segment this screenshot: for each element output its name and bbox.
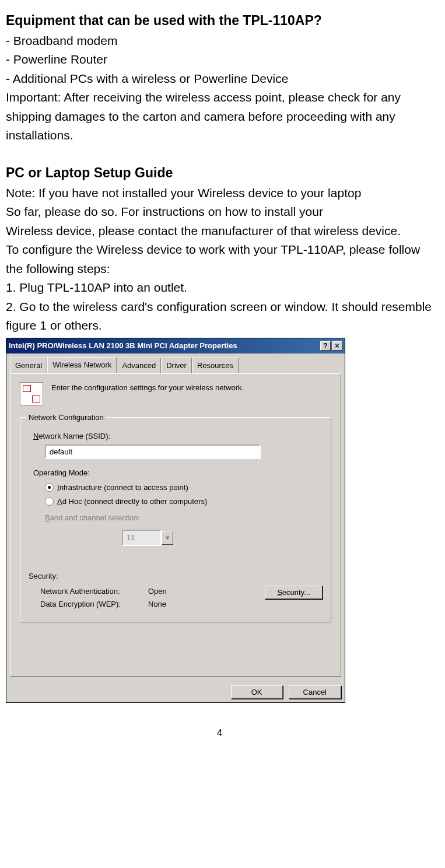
heading-equipment: Equipment that can be used with the TPL-… [6, 10, 433, 32]
page-number: 4 [6, 726, 433, 741]
radio-adhoc[interactable]: Ad Hoc (connect directly to other comput… [45, 496, 323, 508]
tab-general[interactable]: General [10, 358, 47, 374]
tab-wireless-network[interactable]: Wireless Network [47, 357, 117, 373]
properties-dialog: Intel(R) PRO/Wireless LAN 2100 3B Mini P… [6, 338, 345, 703]
auth-label: Network Authentication: [40, 586, 148, 597]
network-configuration-fieldset: Network Configuration Network Name (SSID… [20, 417, 331, 622]
dialog-button-row: OK Cancel [10, 680, 341, 699]
step-line: 2. Go to the wireless card's configurati… [6, 298, 433, 335]
ssid-label: Network Name (SSID): [33, 430, 323, 442]
tab-resources[interactable]: Resources [192, 358, 239, 374]
config-line: To configure the Wireless device to work… [6, 240, 433, 278]
security-heading: Security: [29, 570, 323, 582]
bullet-item: - Additional PCs with a wireless or Powe… [6, 69, 433, 89]
wep-label: Data Encryption (WEP): [40, 598, 148, 610]
important-note: Important: After receiving the wireless … [6, 88, 433, 145]
network-icon [20, 382, 43, 405]
heading-setup-guide: PC or Laptop Setup Guide [6, 163, 433, 184]
tab-driver[interactable]: Driver [161, 358, 192, 374]
radio-icon [45, 497, 54, 506]
bullet-item: - Powerline Router [6, 50, 433, 69]
bullet-item: - Broadband modem [6, 32, 433, 51]
radio-infrastructure-label: Infrastructure (connect to access point) [57, 482, 188, 494]
channel-value: 11 [122, 530, 162, 546]
help-button[interactable]: ? [320, 341, 331, 351]
ssid-input[interactable] [45, 444, 261, 459]
fieldset-legend: Network Configuration [26, 412, 106, 424]
cancel-button[interactable]: Cancel [289, 685, 341, 699]
note-line: Wireless device, please contact the manu… [6, 222, 433, 241]
tab-strip: General Wireless Network Advanced Driver… [6, 354, 345, 373]
radio-adhoc-label: Ad Hoc (connect directly to other comput… [57, 496, 207, 508]
radio-icon [45, 483, 54, 492]
security-button[interactable]: Security... [265, 586, 323, 599]
step-line: 1. Plug TPL-110AP into an outlet. [6, 278, 433, 298]
close-button[interactable]: × [332, 341, 342, 351]
radio-infrastructure[interactable]: Infrastructure (connect to access point) [45, 482, 323, 494]
dialog-titlebar: Intel(R) PRO/Wireless LAN 2100 3B Mini P… [6, 338, 345, 354]
tab-advanced[interactable]: Advanced [117, 358, 161, 374]
intro-text: Enter the configuration settings for you… [51, 382, 244, 394]
operating-mode-label: Operating Mode: [33, 467, 323, 479]
dialog-title: Intel(R) PRO/Wireless LAN 2100 3B Mini P… [9, 340, 319, 352]
channel-select: 11 ▾ [122, 530, 173, 546]
chevron-down-icon: ▾ [162, 531, 173, 545]
band-channel-label: Band and channel selection: [45, 512, 323, 524]
ok-button[interactable]: OK [231, 685, 283, 699]
auth-value: Open [148, 586, 167, 597]
note-line: So far, please do so. For instructions o… [6, 202, 433, 222]
tab-body: Enter the configuration settings for you… [10, 373, 341, 677]
note-line: Note: If you have not installed your Wir… [6, 184, 433, 203]
wep-value: None [148, 598, 166, 610]
